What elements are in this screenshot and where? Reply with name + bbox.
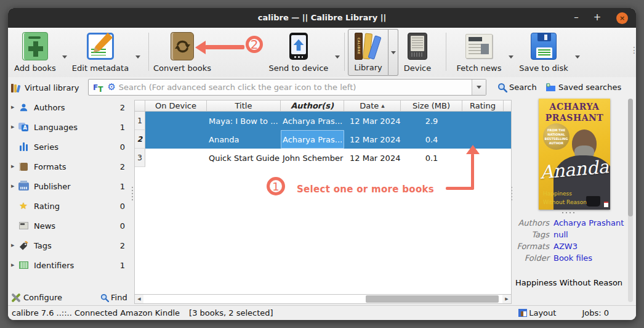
fetch-news-button[interactable]: Fetch news: [451, 31, 507, 73]
maximize-button[interactable]: +: [589, 8, 605, 28]
expand-icon[interactable]: ▶: [8, 243, 17, 248]
library-button[interactable]: CALIBRE Library: [348, 29, 398, 76]
edit-metadata-dropdown[interactable]: [133, 51, 143, 62]
cell-title[interactable]: Maya: I Bow to ...: [207, 112, 281, 130]
library-button-main[interactable]: CALIBRE Library: [348, 29, 388, 76]
scroll-right-icon[interactable]: ▶: [502, 297, 511, 301]
table-row[interactable]: 2 Ananda Acharya Pras... 12 Mar 2024 0.4: [135, 130, 511, 149]
sidebar-item-news[interactable]: News 0: [8, 216, 132, 236]
search-input[interactable]: [119, 83, 472, 92]
send-to-device-button[interactable]: Send to device: [267, 31, 331, 73]
expand-icon[interactable]: ▶: [8, 125, 17, 129]
library-label: Library: [354, 63, 382, 72]
edit-metadata-button[interactable]: Edit metadata: [70, 31, 131, 73]
fetch-news-dropdown[interactable]: [506, 51, 516, 62]
save-to-disk-button[interactable]: Save to disk: [515, 31, 572, 73]
cell-rating[interactable]: [462, 130, 504, 149]
expand-icon[interactable]: ▶: [8, 184, 17, 189]
formats-link[interactable]: AZW3: [553, 242, 578, 251]
find-button[interactable]: Find: [100, 293, 127, 302]
cell-date[interactable]: 12 Mar 2024: [344, 130, 401, 149]
search-history-dropdown[interactable]: [472, 80, 486, 95]
sidebar-item-languages[interactable]: ▶ A Languages 1: [8, 117, 132, 137]
cell-title[interactable]: Quick Start Guide: [207, 149, 281, 167]
add-books-dropdown[interactable]: [60, 51, 70, 62]
details-scrollbar[interactable]: [628, 99, 633, 302]
table-row[interactable]: 1 Maya: I Bow to ... Acharya Pras... 12 …: [135, 112, 511, 130]
layout-button[interactable]: Layout: [518, 308, 556, 318]
virtual-library-button[interactable]: Virtual library: [11, 80, 79, 96]
cell-size[interactable]: 0.1: [401, 149, 462, 167]
edit-metadata-label: Edit metadata: [72, 64, 129, 73]
toolbar-overflow-icon[interactable]: ⋮: [630, 45, 638, 55]
column-header-date[interactable]: Date▲: [344, 100, 401, 111]
cell-authors[interactable]: Acharya Pras...: [281, 112, 344, 130]
sidebar-item-series[interactable]: Series 0: [8, 137, 132, 157]
scroll-left-icon[interactable]: ◀: [135, 297, 143, 301]
cell-rating[interactable]: [462, 149, 504, 167]
expand-icon[interactable]: ▶: [8, 263, 17, 268]
cell-on-device[interactable]: [145, 112, 207, 130]
authors-link[interactable]: Acharya Prashant: [553, 218, 624, 228]
full-text-search-icon[interactable]: FT: [93, 83, 103, 92]
save-to-disk-dropdown[interactable]: [573, 51, 582, 62]
sidebar-item-authors[interactable]: ▶ Authors 2: [8, 97, 132, 117]
tags-link[interactable]: null: [553, 230, 568, 239]
column-header-title[interactable]: Title: [207, 100, 281, 111]
chevron-down-icon: [62, 55, 67, 59]
cell-date[interactable]: 12 Mar 2024: [344, 112, 401, 130]
cell-authors[interactable]: John Schember: [281, 149, 344, 167]
folder-link[interactable]: Book files: [553, 253, 592, 263]
book-cover[interactable]: ACHARYA PRASHANT From the National Bests…: [539, 99, 610, 210]
row-number[interactable]: 3: [135, 149, 145, 167]
book-list: On Device Title Author(s) Date▲ Size (MB…: [134, 100, 512, 294]
count-badge: 2: [120, 103, 125, 112]
cover-mug: [586, 196, 600, 207]
cell-authors-current[interactable]: Acharya Pras...: [281, 130, 344, 149]
sidebar-item-identifiers[interactable]: ▶ Identifiers 1: [8, 255, 132, 275]
series-icon: [17, 141, 30, 152]
cell-size[interactable]: 0.4: [401, 130, 462, 149]
search-button[interactable]: Search: [497, 80, 537, 95]
toolbar-separator: [344, 33, 345, 71]
cell-on-device[interactable]: [145, 149, 207, 167]
column-header-size[interactable]: Size (MB): [401, 100, 462, 111]
add-books-button[interactable]: Add books: [9, 31, 61, 73]
expand-icon[interactable]: ▶: [8, 105, 17, 110]
minimize-button[interactable]: –: [568, 8, 584, 28]
table-row[interactable]: 3 Quick Start Guide John Schember 12 Mar…: [135, 149, 511, 167]
layout-label: Layout: [529, 308, 556, 318]
cell-rating[interactable]: [462, 112, 504, 130]
scrollbar-thumb[interactable]: [628, 99, 633, 216]
expand-icon[interactable]: ▶: [8, 164, 17, 169]
cell-size[interactable]: 2.9: [401, 112, 462, 130]
sidebar-item-formats[interactable]: ▶ Formats 2: [8, 157, 132, 176]
configure-button[interactable]: Configure: [10, 293, 62, 302]
table-horizontal-scrollbar[interactable]: ◀ ▶: [134, 294, 512, 304]
details-splitter-handle[interactable]: [562, 212, 574, 213]
sidebar-item-tags[interactable]: ▶ Tags 2: [8, 236, 132, 255]
configure-icon: [10, 293, 21, 302]
row-number[interactable]: 1: [135, 112, 145, 130]
column-header-rating[interactable]: Rating: [462, 100, 504, 111]
cell-title[interactable]: Ananda: [207, 130, 281, 149]
row-number[interactable]: 2: [135, 130, 145, 149]
cell-on-device[interactable]: [145, 130, 207, 149]
left-splitter-handle[interactable]: [131, 187, 134, 200]
send-to-device-dropdown[interactable]: [332, 51, 342, 62]
saved-searches-icon: [545, 83, 556, 92]
saved-searches-label: Saved searches: [558, 83, 621, 92]
jobs-indicator[interactable]: Jobs: 0: [582, 308, 609, 318]
gear-icon[interactable]: ⚙: [107, 83, 115, 92]
column-header-authors[interactable]: Author(s): [281, 100, 344, 111]
sidebar-item-publisher[interactable]: ▶ Publisher 1: [8, 176, 132, 196]
scrollbar-thumb[interactable]: [366, 295, 499, 303]
scrollbar-track[interactable]: [143, 295, 502, 303]
device-button[interactable]: Device: [396, 31, 439, 73]
close-button[interactable]: ×: [616, 12, 628, 24]
saved-searches-button[interactable]: Saved searches: [545, 80, 621, 95]
column-header-on-device[interactable]: On Device: [145, 100, 207, 111]
convert-books-button[interactable]: Convert books: [151, 31, 213, 73]
sidebar-item-rating[interactable]: ★ Rating 0: [8, 196, 132, 216]
cell-date[interactable]: 12 Mar 2024: [344, 149, 401, 167]
